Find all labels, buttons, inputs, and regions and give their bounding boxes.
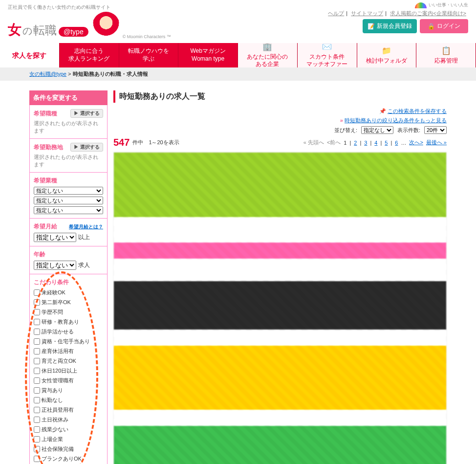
nav-tab-folder[interactable]: 📁検討中フォルダ — [357, 43, 417, 67]
register-button[interactable]: 📝 新規会員登録 — [363, 19, 417, 33]
filter-location-title: 希望勤務地 — [34, 143, 63, 152]
employer-link[interactable]: 求人掲載のご案内<企業様向け> — [390, 10, 466, 16]
result-count: 547 — [113, 137, 130, 148]
sort-select[interactable]: 指定なし — [361, 126, 393, 134]
condition-label: 第二新卒OK — [42, 299, 71, 306]
salary-suffix: 以上 — [78, 233, 90, 242]
condition-checkbox[interactable] — [34, 397, 40, 403]
sidebar-header: 条件を変更する — [29, 90, 108, 105]
condition-checkbox[interactable] — [34, 299, 40, 306]
condition-item[interactable]: 研修・教育あり — [34, 318, 103, 326]
pager-page-4[interactable]: 4 — [374, 140, 377, 146]
condition-item[interactable]: 未経験OK — [34, 289, 103, 296]
salary-help-link[interactable]: 希望月給とは？ — [69, 223, 103, 230]
pager-first[interactable]: « 先頭へ — [303, 139, 324, 146]
condition-label: ブランクありOK — [42, 455, 82, 463]
condition-item[interactable]: 学歴不問 — [34, 309, 103, 316]
folder-icon: 📁 — [382, 46, 391, 56]
rainbow-badge: いい仕事・いい人生 — [415, 2, 468, 8]
nav-tab-magazine[interactable]: WebマガジンWoman type — [178, 43, 238, 67]
condition-checkbox[interactable] — [34, 377, 40, 384]
nav-tab-interest[interactable]: 🏢あなたに関心のある企業 — [238, 43, 298, 67]
condition-item[interactable]: 第二新卒OK — [34, 299, 103, 306]
industry-select-2[interactable]: 指定しない — [34, 197, 103, 204]
moomin-credit: © Moomin Characters ™ — [123, 34, 171, 39]
breadcrumb-home[interactable]: 女の転職@type — [29, 71, 66, 77]
condition-item[interactable]: 語学活かせる — [34, 328, 103, 335]
more-conditions-link[interactable]: 時短勤務ありの絞り込み条件をもっと見る — [345, 117, 447, 123]
rainbow-icon — [415, 2, 427, 8]
condition-checkbox[interactable] — [34, 329, 40, 335]
help-link[interactable]: ヘルプ — [328, 10, 344, 16]
register-icon: 📝 — [368, 23, 375, 30]
save-search-link[interactable]: この検索条件を保存する — [388, 108, 447, 114]
condition-checkbox[interactable] — [34, 348, 40, 354]
condition-item[interactable]: 休日120日以上 — [34, 367, 103, 375]
condition-label: 未経験OK — [42, 289, 65, 296]
condition-label: 女性管理職有 — [42, 377, 74, 384]
condition-item[interactable]: 賞与あり — [34, 387, 103, 394]
nav-tab-scout[interactable]: ✉️スカウト条件マッチオファー — [298, 43, 357, 67]
condition-item[interactable]: 社会保険完備 — [34, 445, 103, 453]
results-area-blurred — [113, 152, 447, 464]
nav-tab-apply[interactable]: 📋応募管理 — [416, 43, 476, 67]
condition-item[interactable]: 土日祝休み — [34, 416, 103, 423]
age-select[interactable]: 指定しない — [34, 261, 76, 270]
condition-checkbox[interactable] — [34, 358, 40, 364]
condition-label: 土日祝休み — [42, 416, 68, 423]
pager-last[interactable]: 最後へ » — [426, 139, 447, 146]
condition-checkbox[interactable] — [34, 289, 40, 296]
filter-age-title: 年齢 — [34, 250, 45, 259]
jobtype-placeholder: 選択されたものが表示されます — [34, 120, 103, 134]
condition-item[interactable]: 産育休活用有 — [34, 348, 103, 355]
condition-checkbox[interactable] — [34, 426, 40, 433]
condition-checkbox[interactable] — [34, 319, 40, 325]
sitemap-link[interactable]: サイトマップ — [351, 10, 383, 16]
site-logo[interactable]: 女 の 転職 @type © Moomin Characters ™ — [8, 12, 171, 39]
condition-item[interactable]: 上場企業 — [34, 436, 103, 443]
condition-item[interactable]: 育児と両立OK — [34, 357, 103, 365]
nav-tab-search[interactable]: 求人を探す — [0, 43, 60, 67]
pager-page-6[interactable]: 6 — [395, 140, 398, 146]
condition-item[interactable]: 残業少ない — [34, 426, 103, 433]
location-placeholder: 選択されたものが表示されます — [34, 154, 103, 168]
pager-prev[interactable]: <前へ — [327, 139, 341, 146]
condition-item[interactable]: 資格・住宅手当あり — [34, 338, 103, 345]
condition-label: 社会保険完備 — [42, 445, 74, 453]
condition-checkbox[interactable] — [34, 456, 40, 462]
condition-checkbox[interactable] — [34, 387, 40, 394]
pager: 547 件中 1～20を表示 « 先頭へ <前へ 1 | 2 | 3 | 4 |… — [113, 137, 447, 148]
condition-checkbox[interactable] — [34, 309, 40, 315]
condition-checkbox[interactable] — [34, 417, 40, 423]
condition-checkbox[interactable] — [34, 436, 40, 442]
logo-tenshoku: 転職 — [33, 22, 57, 38]
pager-page-5[interactable]: 5 — [385, 140, 388, 146]
clipboard-icon: 📋 — [441, 46, 451, 56]
condition-checkbox[interactable] — [34, 407, 40, 413]
building-icon: 🏢 — [262, 42, 272, 52]
condition-label: 転勤なし — [42, 397, 63, 404]
perpage-select[interactable]: 20件 — [424, 126, 447, 134]
pager-page-3[interactable]: 3 — [364, 140, 367, 146]
condition-checkbox[interactable] — [34, 446, 40, 452]
condition-item[interactable]: 転勤なし — [34, 397, 103, 404]
page-title: 時短勤務ありの求人一覧 — [113, 90, 447, 103]
pager-next[interactable]: 次へ> — [409, 139, 423, 146]
pager-page-2[interactable]: 2 — [354, 140, 357, 146]
jobtype-select-button[interactable]: ▶ 選択する — [70, 109, 103, 118]
condition-item[interactable]: 女性管理職有 — [34, 377, 103, 384]
condition-item[interactable]: 正社員登用有 — [34, 406, 103, 414]
salary-select[interactable]: 指定しない — [34, 233, 76, 242]
location-select-button[interactable]: ▶ 選択する — [70, 143, 103, 152]
industry-select-3[interactable]: 指定しない — [34, 206, 103, 214]
nav-tab-ranking[interactable]: 志向に合う求人ランキング — [60, 43, 119, 67]
condition-item[interactable]: ブランクありOK — [34, 455, 103, 463]
condition-label: 上場企業 — [42, 436, 63, 443]
industry-select-1[interactable]: 指定しない — [34, 187, 103, 195]
login-button[interactable]: 🔒 ログイン — [420, 19, 468, 33]
condition-checkbox[interactable] — [34, 338, 40, 345]
nav-tab-knowhow[interactable]: 転職ノウハウを学ぶ — [119, 43, 179, 67]
condition-checkbox[interactable] — [34, 368, 40, 374]
filter-salary-title: 希望月給 — [34, 222, 57, 231]
condition-label: 残業少ない — [42, 426, 68, 433]
